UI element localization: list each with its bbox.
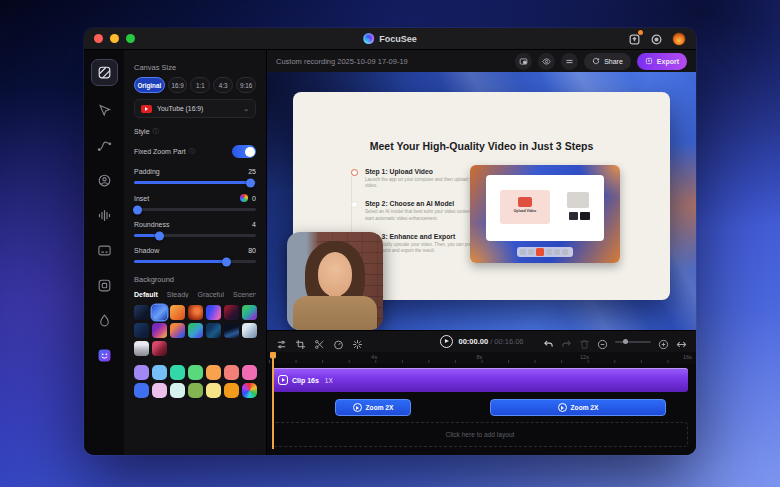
rail-camera-icon[interactable] [91, 169, 117, 191]
background-thumb[interactable] [152, 341, 167, 356]
color-swatch[interactable] [152, 365, 167, 380]
roundness-slider[interactable] [134, 234, 256, 237]
background-thumb[interactable] [170, 305, 185, 320]
color-swatch[interactable] [134, 383, 149, 398]
delete-icon[interactable] [579, 336, 590, 347]
zoom-segment-2[interactable]: Zoom 2X [490, 399, 666, 416]
color-swatch[interactable] [134, 365, 149, 380]
close-window-button[interactable] [94, 34, 103, 43]
background-thumb[interactable] [206, 323, 221, 338]
color-swatch[interactable] [224, 365, 239, 380]
color-swatch[interactable] [242, 365, 257, 380]
tab-steady[interactable]: Steady [167, 291, 189, 298]
zoom-in-icon[interactable] [658, 336, 669, 347]
tab-default[interactable]: Default [134, 291, 158, 298]
adjust-button[interactable] [561, 53, 578, 70]
undo-icon[interactable] [543, 336, 554, 347]
timeline-ruler[interactable]: 0s 4s 8s 12s 16s [267, 352, 696, 365]
rail-background-icon[interactable] [91, 59, 118, 86]
export-button[interactable]: Export [637, 53, 687, 70]
padding-slider[interactable] [134, 181, 256, 184]
rail-frame-icon[interactable] [91, 274, 117, 296]
inset-value: 0 [252, 195, 256, 202]
color-swatch[interactable] [206, 365, 221, 380]
canvas-pip-button[interactable] [515, 53, 532, 70]
background-thumb[interactable] [242, 323, 257, 338]
effects-icon[interactable] [352, 336, 363, 347]
inset-color-icon[interactable] [240, 194, 248, 202]
background-thumb[interactable] [134, 305, 149, 320]
color-swatch[interactable] [224, 383, 239, 398]
rail-cursor-icon[interactable] [91, 99, 117, 121]
clip-bar[interactable]: Clip 16s 1X [272, 368, 688, 392]
time-current: 00:00.00 [458, 337, 488, 346]
redo-icon[interactable] [561, 336, 572, 347]
record-icon[interactable] [650, 32, 663, 45]
screenshot-thumbnail [580, 212, 589, 220]
roundness-slider-thumb[interactable] [155, 231, 164, 240]
rail-audio-icon[interactable] [91, 204, 117, 226]
color-swatch[interactable] [206, 383, 221, 398]
ratio-16-9-button[interactable]: 16:9 [168, 77, 188, 93]
inset-slider-thumb[interactable] [133, 205, 142, 214]
speed-icon[interactable] [333, 336, 344, 347]
color-swatch[interactable] [188, 383, 203, 398]
color-swatch[interactable] [152, 383, 167, 398]
clip-label: Clip 16s [292, 377, 319, 384]
fixed-zoom-toggle[interactable] [232, 145, 256, 158]
rail-sticker-icon[interactable] [91, 344, 117, 366]
cut-icon[interactable] [314, 336, 325, 347]
timeline-zoom-slider[interactable] [615, 341, 651, 343]
rail-motion-icon[interactable] [91, 134, 117, 156]
desktop: FocuSee [0, 0, 780, 487]
rail-caption-icon[interactable] [91, 239, 117, 261]
background-thumb[interactable] [242, 305, 257, 320]
playhead[interactable] [272, 352, 274, 449]
background-thumb[interactable] [188, 305, 203, 320]
user-avatar[interactable] [672, 32, 686, 46]
ratio-4-3-button[interactable]: 4:3 [213, 77, 233, 93]
ruler-label-4s: 4s [371, 354, 377, 360]
background-thumb[interactable] [152, 323, 167, 338]
tab-graceful[interactable]: Graceful [198, 291, 224, 298]
preview-eye-button[interactable] [538, 53, 555, 70]
rail-blur-icon[interactable] [91, 309, 117, 331]
tab-scenery[interactable]: Scenery [233, 291, 256, 298]
webcam-overlay[interactable] [287, 232, 383, 330]
preset-dropdown[interactable]: YouTube (16:9) ⌄ [134, 99, 256, 118]
color-swatch[interactable] [170, 365, 185, 380]
app-name: FocuSee [379, 34, 417, 44]
background-thumb[interactable] [188, 323, 203, 338]
color-swatch[interactable] [170, 383, 185, 398]
share-button[interactable]: Share [584, 53, 631, 70]
color-swatch[interactable] [188, 365, 203, 380]
inset-slider[interactable] [134, 208, 256, 211]
zoom-out-icon[interactable] [597, 336, 608, 347]
background-thumb[interactable] [170, 323, 185, 338]
preview-canvas[interactable]: Meet Your High-Quality Video in Just 3 S… [267, 72, 696, 330]
background-thumb[interactable] [224, 305, 239, 320]
ratio-9-16-button[interactable]: 9:16 [236, 77, 256, 93]
ratio-1-1-button[interactable]: 1:1 [190, 77, 210, 93]
shadow-slider[interactable] [134, 260, 256, 263]
add-layout-button[interactable]: Click here to add layout [272, 422, 688, 447]
shadow-value: 80 [248, 247, 256, 254]
ratio-original-button[interactable]: Original [134, 77, 165, 93]
step-1-title: Step 1: Upload Video [365, 168, 483, 175]
upload-status-icon[interactable] [628, 32, 641, 45]
zoom-segment-1[interactable]: Zoom 2X [335, 399, 411, 416]
zoom-window-button[interactable] [126, 34, 135, 43]
play-button[interactable] [439, 335, 452, 348]
track-settings-icon[interactable] [276, 336, 287, 347]
color-wheel-swatch[interactable] [242, 383, 257, 398]
shadow-slider-thumb[interactable] [222, 257, 231, 266]
background-thumb[interactable] [206, 305, 221, 320]
crop-icon[interactable] [295, 336, 306, 347]
background-thumb-selected[interactable] [152, 305, 167, 320]
fit-width-icon[interactable] [676, 336, 687, 347]
background-thumb[interactable] [134, 323, 149, 338]
background-thumb[interactable] [134, 341, 149, 356]
padding-slider-thumb[interactable] [246, 178, 255, 187]
minimize-window-button[interactable] [110, 34, 119, 43]
background-thumb[interactable] [224, 323, 239, 338]
